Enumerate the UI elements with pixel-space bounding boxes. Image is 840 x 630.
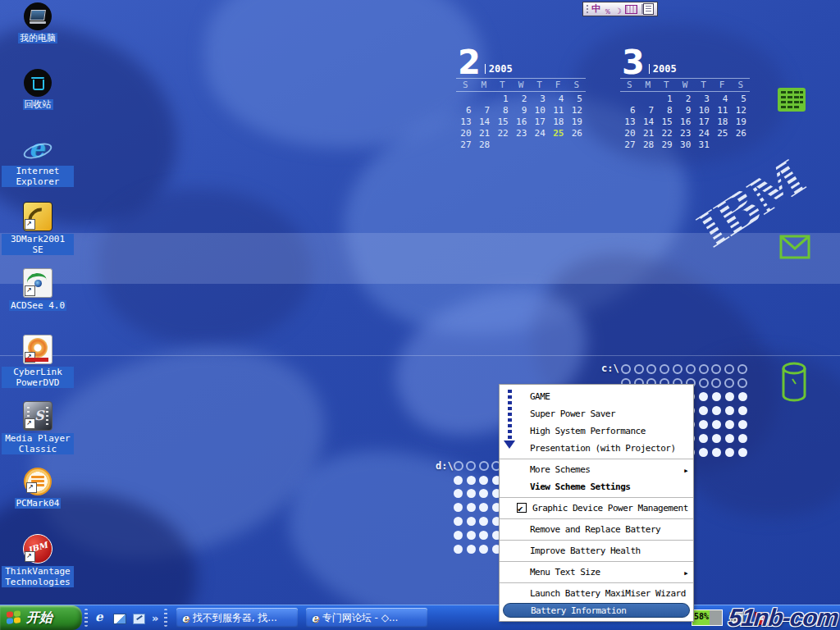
- ime-language-indicator[interactable]: 中: [591, 3, 600, 15]
- menu-item[interactable]: High System Performance: [500, 422, 693, 440]
- calendar-day: 9: [512, 106, 531, 116]
- menu-item[interactable]: Menu Text Size: [500, 564, 693, 581]
- menu-item-label: Battery Information: [531, 605, 626, 616]
- internet-explorer-icon[interactable]: [94, 612, 107, 624]
- powerdvd-icon: [23, 335, 52, 364]
- calendar-year: 2005: [649, 64, 677, 74]
- menu-item[interactable]: Remove and Replace Battery: [500, 521, 693, 538]
- menu-item[interactable]: Presentation (with Projector): [500, 440, 693, 457]
- mpc-icon: [23, 401, 52, 431]
- thinkvantage-icon: [23, 534, 52, 564]
- writing-pad-icon[interactable]: [643, 3, 654, 15]
- disk-usage-dot: [479, 489, 488, 498]
- calendar-day: 13: [456, 117, 475, 127]
- calendar-day: 26: [567, 129, 586, 139]
- quicklaunch-grip[interactable]: [84, 609, 88, 627]
- ime-halfwidth-icon[interactable]: [614, 2, 622, 17]
- calendar-day: 19: [567, 117, 586, 127]
- disk-usage-dot: [737, 378, 747, 388]
- desktop-icon-label: 回收站: [23, 99, 53, 110]
- desktop-icon-recycle-bin[interactable]: 回收站: [2, 69, 74, 135]
- menu-separator: [500, 497, 693, 498]
- taskbar-button[interactable]: e专门网论坛 - ◇...: [306, 608, 427, 628]
- menu-item[interactable]: Super Power Saver: [500, 405, 693, 422]
- disk-usage-dot: [479, 503, 488, 512]
- disk-usage-dot: [479, 545, 488, 554]
- disk-usage-dot: [479, 517, 488, 526]
- show-desktop-icon[interactable]: [133, 614, 145, 624]
- calendar-day: 19: [731, 117, 750, 127]
- disk-usage-dot: [738, 406, 747, 415]
- calendar-header: 2 2005: [456, 46, 586, 75]
- disk-usage-dot: [699, 434, 708, 443]
- calendar-day: 20: [620, 129, 639, 139]
- ime-symbol-icon[interactable]: [604, 2, 611, 17]
- taskband-grip[interactable]: [164, 609, 167, 627]
- taskbar-button[interactable]: e找不到服务器, 找...: [176, 608, 298, 628]
- calendar-dayname: M: [475, 80, 494, 90]
- menu-item[interactable]: More Schemes: [500, 461, 693, 478]
- disk-usage-dot: [454, 461, 463, 471]
- calendar-day: [549, 140, 568, 150]
- disk-usage-dot: [686, 364, 696, 374]
- menu-item[interactable]: Battery Information: [503, 603, 690, 618]
- start-button[interactable]: 开始: [0, 605, 82, 630]
- desktop-icon-pcmark[interactable]: PCMark04: [2, 468, 74, 534]
- calendar-day: [620, 94, 639, 104]
- menu-item[interactable]: Improve Battery Health: [500, 542, 693, 559]
- calendar-day: 7: [639, 106, 658, 116]
- calendar-dayname: S: [567, 80, 586, 90]
- calendar-day: 11: [549, 106, 568, 116]
- menu-item-label: Improve Battery Health: [530, 546, 641, 556]
- calendar-day: [713, 140, 732, 150]
- calendar-day: 29: [657, 140, 676, 150]
- desktop-icons: 我的电脑回收站Internet Explorer3DMark2001 SEACD…: [2, 2, 74, 600]
- menu-separator: [500, 582, 693, 583]
- calendar-day: 11: [713, 106, 732, 116]
- disk-usage-dot: [724, 378, 734, 388]
- soft-keyboard-icon[interactable]: [625, 5, 637, 14]
- calendar-day: [639, 94, 658, 104]
- desktop-icon-my-computer[interactable]: 我的电脑: [2, 2, 74, 69]
- calendar-day: 6: [456, 106, 475, 116]
- menu-item[interactable]: GAME: [500, 388, 693, 405]
- calendar-day: 10: [694, 106, 713, 116]
- language-bar[interactable]: 中: [582, 2, 658, 16]
- menu-separator: [500, 459, 693, 459]
- calendar-day: 22: [493, 129, 512, 139]
- quicklaunch-overflow-chevron[interactable]: »: [152, 612, 158, 624]
- green-grid-icon: [777, 87, 806, 112]
- calendar-day: 30: [676, 140, 695, 150]
- menu-item[interactable]: Graphic Device Power Management: [500, 500, 693, 517]
- calendar-dayname: T: [657, 80, 676, 90]
- disk-usage-dot: [467, 531, 476, 540]
- calendar-day: 5: [731, 94, 750, 104]
- outlook-express-icon[interactable]: [113, 614, 126, 624]
- shortcut-arrow-icon: [26, 482, 37, 493]
- calendar-day: [475, 94, 494, 104]
- desktop-icon-thinkvantage[interactable]: ThinkVantage Technologies: [2, 534, 74, 600]
- disk-usage-dot: [454, 517, 463, 526]
- desktop-icon-mpc[interactable]: Media Player Classic: [2, 401, 74, 468]
- langbar-grip[interactable]: [587, 5, 588, 14]
- menu-item[interactable]: Launch Battery MaxiMiser Wizard: [500, 585, 693, 602]
- wallpaper-thin-line: [0, 355, 840, 356]
- desktop-icon-3dmark[interactable]: 3DMark2001 SE: [2, 202, 74, 268]
- desktop-icon-internet-explorer[interactable]: Internet Explorer: [2, 135, 74, 202]
- calendar-day: 17: [530, 117, 549, 127]
- calendar-header: 3 2005: [620, 46, 750, 75]
- power-scheme-menu: GAMESuper Power SaverHigh System Perform…: [499, 384, 694, 622]
- desktop-icon-acdsee[interactable]: ACDSee 4.0: [2, 268, 74, 335]
- disk-usage-dot: [673, 364, 682, 374]
- disk-usage-dot: [738, 420, 747, 429]
- d-drive-label: d:\: [436, 460, 454, 472]
- disk-usage-dot: [479, 476, 488, 485]
- battery-percent-label: 58%: [694, 612, 709, 621]
- calendar-dayname: W: [676, 80, 695, 90]
- battery-meter[interactable]: 58%: [692, 609, 723, 626]
- desktop-icon-powerdvd[interactable]: CyberLink PowerDVD: [2, 335, 74, 401]
- disk-usage-dot: [467, 517, 476, 526]
- menu-item[interactable]: View Scheme Settings: [500, 478, 693, 495]
- menu-item-label: Super Power Saver: [530, 409, 615, 419]
- calendar-day: 15: [657, 117, 676, 127]
